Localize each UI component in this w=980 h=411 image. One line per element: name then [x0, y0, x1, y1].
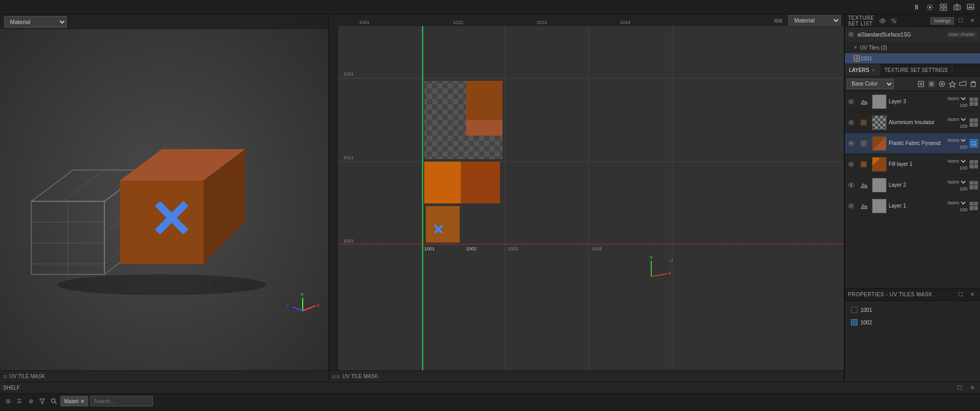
uv-tiles-label: UV Tiles (2) — [860, 45, 887, 51]
layer3-vis-icon[interactable] — [847, 98, 855, 106]
camera-icon[interactable] — [952, 2, 962, 13]
svg-rect-5 — [954, 5, 960, 10]
grid-cell — [970, 118, 974, 123]
svg-rect-100 — [861, 141, 866, 146]
selected-tile-row[interactable]: 1001 — [845, 53, 980, 64]
layout-icon[interactable] — [938, 2, 949, 13]
layer2-right: Norm 100 — [946, 179, 967, 191]
scene-svg: ✕ X Y — [0, 29, 328, 327]
layer-row-fill1[interactable]: Fill layer 1 Norm 100 — [845, 154, 980, 175]
layer-row-plastic[interactable]: Plastic Fabric Pyramid Norm 100 — [845, 133, 980, 154]
grid-cell — [974, 98, 978, 102]
fill1-vis-icon[interactable] — [847, 160, 855, 168]
filter-tag-label: Materi — [64, 398, 79, 404]
plastic-thumb — [872, 136, 887, 151]
layer-row-layer3[interactable]: Layer 3 Norm 100 — [845, 91, 980, 112]
texture-set-name: aiStandardSurface1SG — [857, 32, 943, 38]
texture-set-vis-icon — [848, 31, 854, 38]
filter-tag-close[interactable]: ✕ — [80, 398, 85, 404]
uv-tiles-expand-row[interactable]: ▼ UV Tiles (2) — [845, 42, 980, 53]
plastic-vis-icon[interactable] — [847, 139, 855, 148]
shelf-title: SHELF — [3, 385, 20, 391]
prop-maximize-icon[interactable]: ☐ — [956, 290, 965, 299]
aluminium-thumb — [872, 115, 887, 130]
svg-marker-108 — [40, 399, 45, 404]
add-effect-btn[interactable] — [948, 79, 957, 89]
svg-text:X: X — [317, 303, 320, 308]
maximize-icon[interactable]: ☐ — [956, 16, 965, 26]
tab-texture-settings[interactable]: TEXTURE SET SETTINGS — [880, 64, 953, 76]
viewport-uv: ⊞⊞ Material 1001 1022 1023 1024 — [329, 15, 844, 382]
shelf-search-input[interactable] — [90, 396, 153, 406]
new-paint-layer-btn[interactable] — [916, 79, 926, 89]
layer2-thumb — [872, 178, 887, 192]
layer1-vis-icon[interactable] — [847, 202, 855, 210]
aluminium-vis-icon[interactable] — [847, 118, 855, 127]
search-icon[interactable] — [49, 396, 58, 406]
material-select-uv[interactable]: Material — [788, 15, 841, 26]
filter-icon[interactable] — [38, 396, 47, 406]
svg-rect-103 — [861, 162, 866, 167]
grid-cell — [974, 102, 978, 106]
aluminium-opacity: 100 — [960, 124, 967, 129]
delete-layer-btn[interactable] — [969, 79, 978, 89]
aluminium-name: Aluminium Insulator — [889, 119, 943, 125]
layer3-grid-icon[interactable] — [970, 98, 978, 106]
prop-title: PROPERTIES - UV TILES MASK — [848, 292, 954, 297]
plastic-blend-select[interactable]: Norm — [946, 137, 967, 143]
channel-select[interactable]: Base Color — [847, 79, 894, 89]
aluminium-grid-icon[interactable] — [970, 118, 978, 127]
pause-icon[interactable]: ⏸ — [911, 2, 922, 13]
uv-canvas-area[interactable]: ✕ 1001 1011 1001 1001 1002 1003 1004 X Y… — [338, 26, 844, 370]
tile-1002-checkbox[interactable]: ✓ — [851, 319, 857, 325]
material-select-3d[interactable]: Material — [4, 16, 67, 28]
close-icon[interactable]: ✕ — [967, 16, 977, 26]
svg-point-109 — [52, 399, 55, 403]
grid-cell — [974, 181, 978, 185]
layer3-opacity: 100 — [960, 103, 967, 108]
fill1-blend-select[interactable]: Norm — [946, 158, 967, 164]
layer3-name: Layer 3 — [889, 99, 943, 104]
layer1-blend-select[interactable]: Norm — [946, 200, 967, 206]
layer2-blend-select[interactable]: Norm — [946, 179, 967, 185]
layer1-type-icon — [857, 200, 870, 212]
tile-mask-item-1001[interactable]: 1001 — [851, 305, 974, 315]
add-mask-btn[interactable] — [937, 79, 947, 89]
layer-row-aluminium[interactable]: Aluminium Insulator Norm 100 — [845, 112, 980, 133]
layer1-grid-icon[interactable] — [970, 202, 978, 210]
aluminium-blend-select[interactable]: Norm — [946, 116, 967, 123]
plastic-grid-icon[interactable] — [970, 139, 978, 148]
add-shelf-icon[interactable]: ⊕ — [26, 396, 35, 406]
grid-cell — [971, 141, 974, 143]
folder-btn[interactable] — [958, 79, 967, 89]
svg-marker-91 — [949, 81, 955, 87]
svg-point-105 — [851, 184, 852, 186]
tab-layers-close[interactable]: ✕ — [871, 68, 876, 73]
grid-view-icon[interactable]: ⊞ — [3, 396, 13, 406]
prop-close-icon[interactable]: ✕ — [967, 290, 977, 299]
tile-1001-label: 1001 — [861, 307, 872, 313]
layer2-vis-icon[interactable] — [847, 181, 855, 189]
list-view-icon[interactable]: ☰ — [15, 396, 24, 406]
layer-row-layer2[interactable]: Layer 2 Norm 100 — [845, 175, 980, 196]
filter-tag-materi[interactable]: Materi ✕ — [61, 396, 88, 406]
tile-1001-checkbox[interactable] — [851, 307, 857, 313]
layer2-grid-icon[interactable] — [970, 181, 978, 189]
fill1-grid-icon[interactable] — [970, 160, 978, 168]
settings-icon[interactable] — [925, 2, 935, 13]
tile-mask-item-1002[interactable]: ✓ 1002 — [851, 318, 974, 327]
screenshot-icon[interactable] — [965, 2, 976, 13]
layer-row-layer1[interactable]: Layer 1 Norm 100 — [845, 196, 980, 216]
plastic-type-icon — [857, 137, 870, 150]
shelf-maximize-icon[interactable]: ☐ — [955, 383, 964, 393]
svg-line-36 — [292, 307, 303, 311]
visibility-on-icon[interactable] — [878, 16, 887, 26]
tab-layers[interactable]: LAYERS ✕ — [845, 64, 880, 76]
texture-set-row[interactable]: aiStandardSurface1SG Main shader — [845, 27, 980, 42]
shelf-close-icon[interactable]: ✕ — [967, 383, 977, 393]
new-fill-layer-btn[interactable] — [927, 79, 936, 89]
layer3-blend-select[interactable]: Norm — [946, 95, 967, 102]
visibility-off-icon[interactable] — [889, 16, 899, 26]
settings-dropdown-btn[interactable]: Settings — [930, 17, 954, 25]
svg-rect-53 — [466, 120, 503, 136]
